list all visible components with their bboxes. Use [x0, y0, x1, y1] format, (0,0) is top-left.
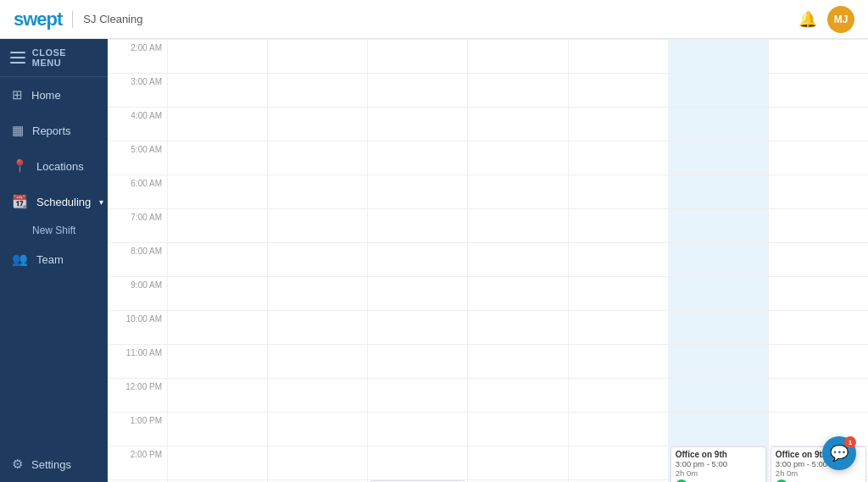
calendar-cell[interactable]	[467, 39, 567, 73]
calendar-cell[interactable]	[267, 276, 367, 310]
calendar-cell[interactable]	[568, 446, 668, 479]
calendar-cell[interactable]	[367, 310, 467, 344]
calendar-cell[interactable]	[267, 107, 367, 141]
calendar-cell[interactable]	[267, 175, 367, 208]
calendar-cell[interactable]	[668, 107, 768, 141]
calendar-cell[interactable]	[467, 141, 567, 175]
calendar-cell[interactable]	[668, 175, 768, 208]
calendar-cell[interactable]	[367, 276, 467, 310]
calendar-cell[interactable]	[568, 141, 668, 175]
calendar-cell[interactable]	[768, 378, 868, 412]
calendar-cell[interactable]	[267, 344, 367, 378]
calendar-cell[interactable]	[568, 310, 668, 344]
calendar-cell[interactable]	[467, 107, 567, 141]
calendar-cell[interactable]	[367, 378, 467, 412]
sidebar-item-locations[interactable]: 📍 Locations	[0, 148, 108, 184]
calendar-cell[interactable]	[668, 141, 768, 175]
calendar-cell[interactable]	[668, 208, 768, 242]
calendar-cell[interactable]	[167, 412, 267, 446]
calendar-cell[interactable]	[768, 107, 868, 141]
calendar-cell[interactable]	[467, 446, 567, 479]
calendar-cell[interactable]	[267, 446, 367, 479]
close-menu-button[interactable]: CLOSE MENU	[0, 39, 108, 77]
calendar-cell[interactable]	[467, 310, 567, 344]
calendar-cell[interactable]	[367, 412, 467, 446]
calendar-cell[interactable]	[668, 242, 768, 276]
calendar-cell[interactable]	[467, 276, 567, 310]
calendar-cell[interactable]	[167, 276, 267, 310]
calendar-cell[interactable]: Office on 9th 3:00 pm - 5:00 2h 0m J Jay	[668, 446, 768, 479]
calendar-cell[interactable]	[367, 242, 467, 276]
calendar-cell[interactable]	[568, 175, 668, 208]
calendar-cell[interactable]	[367, 39, 467, 73]
sidebar-item-team[interactable]: 👥 Team	[0, 241, 108, 277]
calendar-cell[interactable]	[267, 73, 367, 107]
calendar-cell[interactable]	[768, 141, 868, 175]
calendar-cell[interactable]	[568, 242, 668, 276]
calendar-cell[interactable]	[768, 39, 868, 73]
calendar-cell[interactable]	[668, 310, 768, 344]
calendar-cell[interactable]	[167, 378, 267, 412]
calendar-cell[interactable]	[167, 175, 267, 208]
calendar-cell[interactable]	[467, 412, 567, 446]
calendar-cell[interactable]	[568, 73, 668, 107]
calendar-cell[interactable]	[367, 73, 467, 107]
calendar-cell[interactable]	[568, 276, 668, 310]
calendar-cell[interactable]	[467, 73, 567, 107]
bell-icon[interactable]: 🔔	[798, 10, 817, 29]
calendar-cell[interactable]	[568, 344, 668, 378]
calendar-cell[interactable]	[267, 242, 367, 276]
calendar-cell[interactable]	[367, 344, 467, 378]
calendar-cell[interactable]	[668, 73, 768, 107]
calendar-cell[interactable]	[367, 141, 467, 175]
event-card[interactable]: Office on 9th 3:00 pm - 5:00 2h 0m J Jay	[670, 446, 766, 482]
calendar-cell[interactable]	[367, 107, 467, 141]
calendar-cell[interactable]	[768, 73, 868, 107]
calendar-cell[interactable]	[167, 310, 267, 344]
sidebar-item-new-shift[interactable]: New Shift	[0, 219, 108, 241]
sidebar-item-reports[interactable]: ▦ Reports	[0, 113, 108, 148]
calendar-cell[interactable]	[768, 175, 868, 208]
calendar-cell[interactable]	[768, 208, 868, 242]
sidebar-item-settings[interactable]: ⚙ Settings	[0, 446, 108, 482]
calendar-cell[interactable]	[768, 276, 868, 310]
calendar-cell[interactable]	[467, 378, 567, 412]
calendar-cell[interactable]	[167, 141, 267, 175]
calendar-cell[interactable]	[467, 344, 567, 378]
calendar-cell[interactable]	[267, 378, 367, 412]
calendar-cell[interactable]	[568, 378, 668, 412]
calendar-cell[interactable]	[367, 175, 467, 208]
calendar-cell[interactable]	[467, 208, 567, 242]
calendar-cell[interactable]	[568, 107, 668, 141]
calendar-cell[interactable]	[367, 446, 467, 479]
calendar-cell[interactable]	[568, 39, 668, 73]
calendar-cell[interactable]	[768, 242, 868, 276]
calendar-cell[interactable]	[167, 73, 267, 107]
calendar-cell[interactable]	[668, 276, 768, 310]
calendar-cell[interactable]	[267, 208, 367, 242]
calendar-cell[interactable]	[167, 446, 267, 479]
calendar-cell[interactable]	[267, 412, 367, 446]
calendar-cell[interactable]	[367, 208, 467, 242]
calendar-cell[interactable]	[768, 310, 868, 344]
avatar[interactable]: MJ	[827, 6, 854, 33]
calendar-cell[interactable]	[467, 242, 567, 276]
calendar-cell[interactable]	[668, 39, 768, 73]
calendar-cell[interactable]	[768, 344, 868, 378]
chat-bubble-button[interactable]: 💬 1	[822, 436, 856, 470]
calendar-cell[interactable]	[668, 412, 768, 446]
calendar-cell[interactable]	[568, 412, 668, 446]
calendar-cell[interactable]	[167, 242, 267, 276]
calendar-cell[interactable]	[267, 39, 367, 73]
calendar-cell[interactable]	[668, 378, 768, 412]
calendar-cell[interactable]	[467, 175, 567, 208]
calendar-cell[interactable]	[167, 344, 267, 378]
sidebar-item-scheduling[interactable]: 📆 Scheduling ▾	[0, 184, 108, 219]
calendar-cell[interactable]	[167, 39, 267, 73]
calendar-cell[interactable]	[267, 141, 367, 175]
calendar-cell[interactable]	[668, 344, 768, 378]
calendar-cell[interactable]	[568, 208, 668, 242]
calendar-cell[interactable]	[167, 208, 267, 242]
calendar-cell[interactable]	[267, 310, 367, 344]
calendar-cell[interactable]	[167, 107, 267, 141]
